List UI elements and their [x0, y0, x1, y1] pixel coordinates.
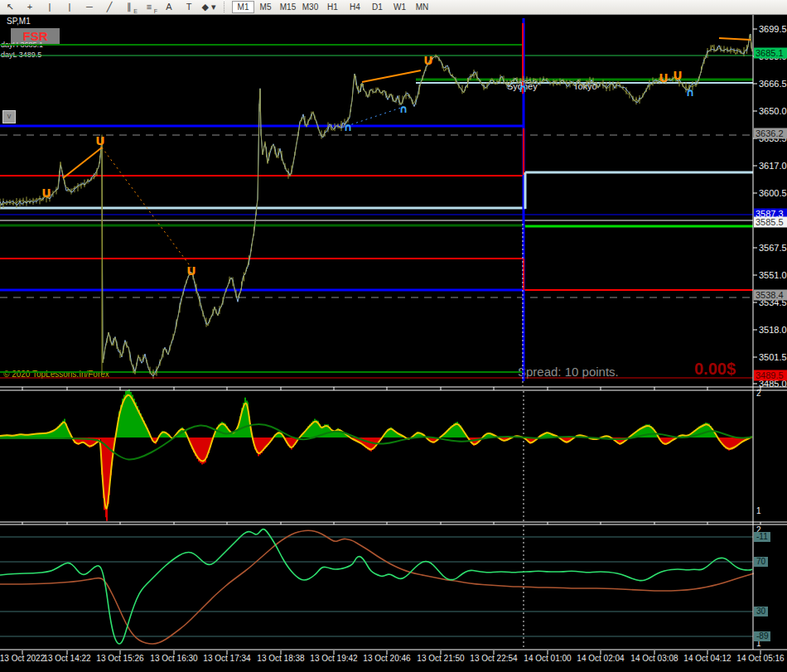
- macd-histogram-up: [0, 389, 716, 438]
- time-tick-label: 14 Oct 05:16: [736, 654, 784, 663]
- stoch-level-badge: -89: [754, 631, 770, 641]
- orange-ray-3: [719, 38, 751, 40]
- price-tick-label: 3666.5: [759, 79, 787, 89]
- macd-scale-min: 1: [756, 506, 761, 515]
- buy-signal-arrow-icon: U: [659, 71, 668, 85]
- time-tick-label: 13 Oct 18:38: [257, 654, 304, 663]
- time-tick-label: 14 Oct 01:00: [524, 654, 571, 663]
- time-tick-label: 13 Oct 16:30: [150, 654, 197, 663]
- price-line-blue: [0, 34, 752, 376]
- time-tick-label: 14 Oct 03:08: [630, 654, 678, 663]
- price-line-olive: [0, 35, 752, 375]
- time-tick-label: 14 Oct 04:12: [683, 654, 731, 663]
- orange-ray-2: [362, 70, 421, 82]
- stoch-signal-line: [0, 530, 754, 644]
- time-tick-label: 13 Oct 19:42: [310, 654, 357, 663]
- price-tick-label: 3650.0: [759, 106, 787, 116]
- macd-scale-max: 2: [756, 389, 761, 398]
- time-tick-label: 14 Oct 02:04: [577, 654, 624, 663]
- time-tick-label: 13 Oct 20:46: [363, 654, 410, 663]
- time-tick-label: 13 Oct 17:34: [203, 654, 250, 663]
- price-level-badge: 3538.4: [754, 290, 787, 301]
- price-tick-label: 3699.5: [759, 24, 787, 34]
- sell-signal-arrow-icon: ∩: [686, 86, 695, 99]
- price-tick-label: 3551.0: [759, 270, 787, 280]
- buy-signal-arrow-icon: U: [186, 264, 196, 278]
- price-tick-label: 3518.0: [759, 325, 787, 335]
- buy-signal-arrow-icon: U: [95, 134, 104, 147]
- price-level-badge: 3489.5: [754, 370, 787, 381]
- time-tick-label: 13 Oct 14:22: [43, 654, 90, 663]
- price-tick-label: 3501.5: [759, 352, 787, 362]
- sell-signal-arrow-icon: ∩: [344, 121, 353, 133]
- price-tick-label: 3567.5: [759, 243, 787, 253]
- macd-histogram-down: [73, 438, 749, 521]
- chart-canvas[interactable]: UUUUUU∩∩∩∩: [0, 0, 787, 672]
- price-tick-label: 3600.5: [759, 188, 787, 198]
- time-tick-label: 13 Oct 15:26: [96, 654, 143, 663]
- price-level-badge: 3685.1: [754, 48, 787, 59]
- trading-terminal-window: ↖+||─╱∥E≡FAT◆ ▾M1M5M15M30H1H4D1W1MN SP,M…: [0, 0, 787, 672]
- price-level-badge: 3636.2: [754, 128, 787, 139]
- stoch-level-badge: 30: [754, 607, 768, 616]
- price-bars-wicks: [0, 34, 751, 379]
- buy-signal-arrow-icon: U: [673, 69, 682, 82]
- stoch-main-line: [0, 529, 752, 644]
- price-level-badge: 3585.5: [754, 217, 787, 228]
- buy-signal-arrow-icon: U: [423, 54, 432, 67]
- time-tick-label: 13 Oct 2022: [0, 654, 45, 663]
- time-tick-label: 13 Oct 22:54: [470, 654, 517, 663]
- stoch-level-badge: 70: [754, 557, 768, 567]
- buy-signal-arrow-icon: U: [41, 186, 51, 200]
- sell-signal-arrow-icon: ∩: [519, 82, 528, 94]
- price-tick-label: 3617.0: [759, 161, 787, 171]
- stoch-level-badge: -11: [754, 532, 770, 542]
- sell-signal-arrow-icon: ∩: [399, 103, 408, 115]
- time-tick-label: 13 Oct 21:50: [417, 654, 464, 663]
